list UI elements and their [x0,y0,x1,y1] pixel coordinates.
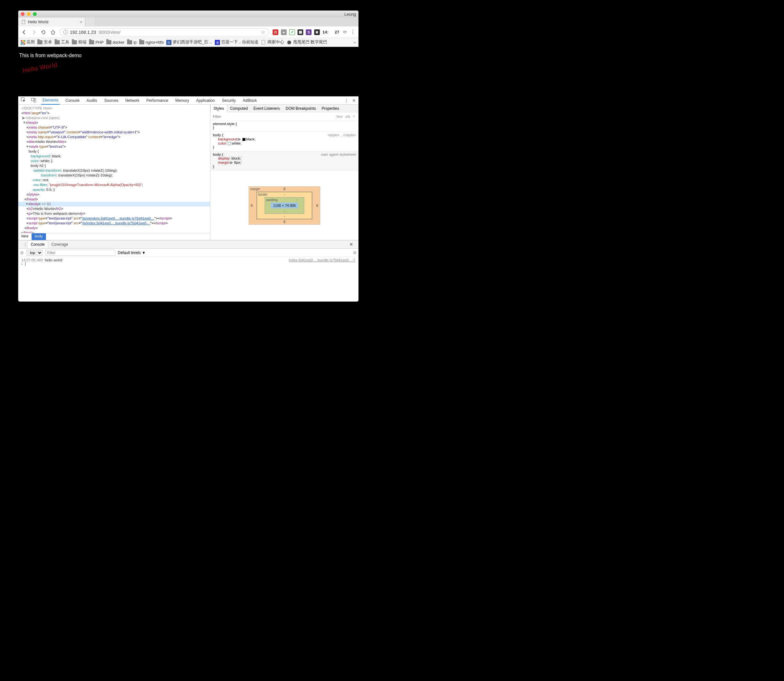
styles-tab-computed[interactable]: Computed [227,105,251,112]
sync-icon[interactable]: ⟳ [342,29,348,35]
bookmark-apps[interactable]: 应用 [21,40,35,45]
extension-icon[interactable]: ▦ [297,29,303,35]
profile-name[interactable]: Leung [344,12,356,17]
maximize-window-button[interactable] [33,12,37,16]
extension-icon[interactable]: S [306,29,311,35]
styles-tab-styles[interactable]: Styles [210,105,227,112]
styles-tab-listeners[interactable]: Event Listeners [251,105,283,112]
bookmark-label: nginx+fdfs [146,40,164,45]
devtools-menu-button[interactable]: ⋮ [344,98,349,103]
box-model-content: 1100 × 74.906 [271,203,298,208]
log-source-link[interactable]: index.5d41ee0….bundle.js?5d41ee0…:7 [289,258,355,262]
bookmark-star-icon[interactable]: ☆ [261,29,265,35]
extension-icon[interactable]: ● [281,29,287,35]
bookmark-folder[interactable]: 工具 [55,40,69,45]
style-rule-ua[interactable]: user agent stylesheet body { display: bl… [210,151,359,171]
bookmark-folder[interactable]: PHP [89,40,104,45]
address-bar[interactable]: i 192.168.1.23:8000/view/ ☆ [60,28,269,36]
bookmark-link[interactable]: 百梦幻西游手游吧_百… [166,40,212,45]
bookmark-label: 工具 [61,40,69,45]
back-button[interactable] [21,29,27,35]
browser-menu-button[interactable]: ⋮ [350,29,355,35]
folder-icon [72,40,77,44]
bookmark-link[interactable]: 甩甩尾巴 数字尾巴 [287,40,327,45]
forward-button[interactable] [31,29,37,35]
home-button[interactable] [50,29,56,35]
console-prompt[interactable]: › [21,262,355,266]
styles-tab-properties[interactable]: Properties [319,105,342,112]
extension-icon[interactable]: O [273,29,278,35]
bookmark-folder[interactable]: ip [127,40,136,45]
styles-tab-dom-breakpoints[interactable]: DOM Breakpoints [283,105,319,112]
devtools-tab-sources[interactable]: Sources [103,97,119,105]
devtools-tab-application[interactable]: Application [195,97,216,105]
page-paragraph: This is from webpack-demo [19,53,359,59]
log-levels-dropdown[interactable]: Default levels ▼ [118,250,146,255]
style-rule[interactable]: element.style { } [210,120,359,132]
ghost-tab [85,17,95,27]
bookmark-folder[interactable]: 前端 [72,40,87,45]
site-info-icon[interactable]: i [63,30,68,35]
bookmark-label: 应用 [27,40,35,45]
devtools-tab-performance[interactable]: Performance [145,97,170,105]
elements-dom-tree[interactable]: <!DOCTYPE html> <html lang="en"> ▶#shado… [18,105,210,233]
color-swatch-icon[interactable] [228,142,231,145]
clear-console-icon[interactable]: ⊘ [20,250,24,255]
cls-toggle[interactable]: .cls [345,114,350,119]
console-log-line: 14:27:05.489 hello world index.5d41ee0….… [21,258,355,262]
bookmarks-bar: 应用 安卓 工具 前端 PHP docker ip nginx+fdfs 百梦幻… [18,38,359,47]
devtools-tab-security[interactable]: Security [221,97,237,105]
page-viewport: This is from webpack-demo Hello World [18,47,359,97]
inspect-element-icon[interactable] [21,97,27,103]
dom-doctype: <!DOCTYPE html> [21,106,52,110]
svg-point-6 [287,41,291,44]
devtools-tab-console[interactable]: Console [64,97,81,105]
window-titlebar: Leung [18,11,359,17]
url-rest: :8000/view/ [98,30,121,35]
bookmark-folder[interactable]: 安卓 [37,40,52,45]
reload-button[interactable] [41,29,46,35]
device-toolbar-icon[interactable] [31,97,37,103]
bookmark-folder[interactable]: docker [106,40,125,45]
drawer-close-button[interactable]: ✕ [346,240,357,249]
qr-icon[interactable]: ▦ [314,29,320,35]
console-filter-input[interactable] [45,250,115,256]
close-window-button[interactable] [21,12,25,16]
extension-icon[interactable]: ✓ [289,29,295,35]
devtools-close-button[interactable]: ✕ [352,98,356,103]
bookmark-link[interactable]: 度百度一下，你就知道 [215,40,259,45]
devtools-tab-elements[interactable]: Elements [41,97,60,105]
folder-icon [89,40,94,44]
browser-tab[interactable]: Hello World × [18,17,85,27]
drawer-menu-button[interactable]: ⋮ [20,241,27,248]
bookmark-label: 梦幻西游手游吧_百… [173,40,212,45]
favicon-icon [287,40,292,45]
bookmarks-overflow-button[interactable]: » [354,40,356,45]
drawer-tab-console[interactable]: Console [27,241,48,248]
crumb-html[interactable]: html [18,233,32,240]
selected-dom-node[interactable]: …▼<body> == $0 [18,202,210,206]
hov-toggle[interactable]: :hov [336,114,343,119]
devtools-tab-memory[interactable]: Memory [174,97,190,105]
clock-mm: 27 [335,30,339,35]
drawer-tab-coverage[interactable]: Coverage [48,241,71,248]
bookmark-folder[interactable]: nginx+fdfs [139,40,164,45]
add-rule-button[interactable]: ＋ [352,114,356,119]
style-rule[interactable]: <style>…</style> body { background:▶ bla… [210,132,359,151]
browser-toolbar: i 192.168.1.23:8000/view/ ☆ O ● ✓ ▦ S ▦ … [18,27,359,38]
devtools-tab-adblock[interactable]: AdBlock [242,97,258,105]
devtools-panel: Elements Console Audits Sources Network … [18,97,359,302]
folder-icon [139,40,144,44]
console-output[interactable]: 14:27:05.489 hello world index.5d41ee0….… [18,257,359,302]
styles-filter-input[interactable] [213,114,336,119]
tab-close-button[interactable]: × [80,19,83,25]
devtools-tab-network[interactable]: Network [124,97,140,105]
context-selector[interactable]: top [27,250,43,256]
bookmark-link[interactable]: 商家中心 [261,40,284,45]
devtools-tab-audits[interactable]: Audits [85,97,98,105]
crumb-body[interactable]: body [32,233,46,240]
minimize-window-button[interactable] [27,12,31,16]
console-settings-icon[interactable]: ⚙ [353,250,357,255]
svg-text:度: 度 [216,41,219,44]
color-swatch-icon[interactable] [242,138,246,141]
